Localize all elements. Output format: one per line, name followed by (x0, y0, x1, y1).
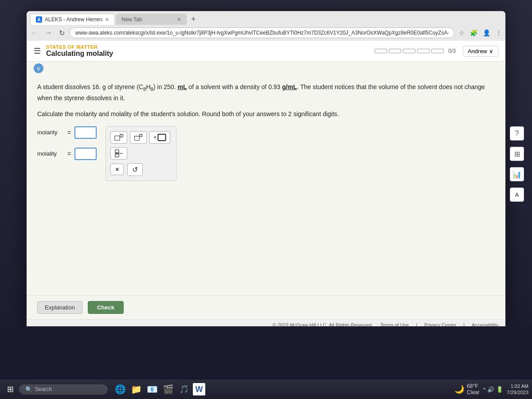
aleks-favicon: A (36, 16, 42, 23)
progress-bar-container: 0/3 (375, 48, 456, 54)
search-bar-container[interactable]: 🔍 Search (19, 384, 108, 395)
clock-time: 1:02 AM (511, 383, 528, 389)
fraction-button[interactable] (110, 147, 127, 160)
svg-rect-5 (115, 150, 119, 153)
molarity-row: molarity = (37, 126, 97, 139)
progress-text: 0/3 (448, 48, 456, 54)
weather-temp: 68°F (467, 383, 480, 389)
expand-icon: ∨ (36, 65, 41, 72)
taskbar-video-icon[interactable]: 🎬 (161, 382, 175, 396)
browser-window: A ALEKS - Andrew Herrera ✕ New Tab ✕ + ←… (27, 11, 505, 330)
weather-desc: Clear (467, 389, 480, 395)
extensions-button[interactable]: 🧩 (468, 28, 479, 37)
aleks-left: ☰ STATES OF MATTER Calculating molality (34, 44, 113, 58)
clock-date: 7/29/2023 (507, 389, 528, 395)
molality-row: molality = (37, 148, 97, 160)
times-box-button[interactable]: × (149, 131, 170, 144)
svg-rect-1 (120, 134, 123, 137)
molality-equals: = (67, 150, 71, 157)
aleks-header: ☰ STATES OF MATTER Calculating molality … (27, 41, 505, 62)
browser-chrome: A ALEKS - Andrew Herrera ✕ New Tab ✕ + (27, 11, 505, 25)
tabs-row: A ALEKS - Andrew Herrera ✕ New Tab ✕ + (30, 14, 502, 25)
profile-button[interactable]: 👤 (481, 28, 492, 37)
taskbar-app-icons: 🌐 📁 📧 🎬 🎵 W (113, 382, 205, 396)
start-button[interactable]: ⊞ (4, 383, 17, 396)
laptop-frame: A ALEKS - Andrew Herrera ✕ New Tab ✕ + ←… (0, 0, 532, 399)
tab-newtab-close[interactable]: ✕ (177, 17, 181, 23)
taskbar-folder-icon[interactable]: 📁 (129, 382, 143, 396)
user-dropdown-icon: ∨ (489, 48, 493, 55)
expand-button[interactable]: ∨ (34, 63, 43, 73)
system-tray: ^ 🔊 🔋 (483, 386, 503, 393)
taskbar-browser-icon[interactable]: 🌐 (113, 382, 127, 396)
toolbar-row-1: × (110, 131, 172, 144)
bookmark-button[interactable]: ☆ (457, 28, 466, 37)
tab-newtab[interactable]: New Tab ✕ (116, 14, 187, 25)
taskbar: ⊞ 🔍 Search 🌐 📁 📧 🎬 🎵 W 🌙 68°F Clear ^ 🔊 … (0, 379, 532, 399)
answer-fields: molarity = molality = (37, 126, 495, 181)
back-button[interactable]: ← (28, 28, 40, 38)
bottom-bar: Explanation Check (27, 295, 505, 319)
question-text: A student dissolves 16. g of styrene (C8… (37, 82, 495, 103)
search-icon: 🔍 (25, 386, 32, 393)
clock: 1:02 AM 7/29/2023 (507, 383, 528, 396)
svg-rect-7 (115, 154, 119, 157)
search-placeholder: Search (35, 386, 52, 392)
address-input[interactable] (70, 27, 454, 38)
svg-rect-4 (158, 134, 166, 141)
aleks-topic: STATES OF MATTER Calculating molality (46, 44, 113, 58)
molality-input[interactable] (74, 148, 97, 160)
taskbar-right: 🌙 68°F Clear ^ 🔊 🔋 1:02 AM 7/29/2023 (454, 383, 528, 396)
progress-seg-2 (389, 49, 401, 53)
toolbar-row-2 (110, 147, 172, 160)
question-instruction: Calculate the molarity and molality of t… (37, 110, 495, 117)
address-bar-row: ← → ↻ ☆ 🧩 👤 ⋮ (27, 25, 505, 41)
browser-icons: ☆ 🧩 👤 ⋮ (457, 28, 504, 37)
math-toolbar: × (106, 126, 176, 181)
clear-button[interactable]: × (110, 164, 124, 175)
progress-seg-1 (375, 49, 387, 53)
superscript2-button[interactable] (130, 131, 147, 144)
taskbar-mail-icon[interactable]: 📧 (145, 382, 159, 396)
keyboard-area (0, 326, 532, 379)
expand-area: ∨ (27, 62, 505, 75)
fields-column: molarity = molality = (37, 126, 97, 160)
molality-label: molality (37, 150, 64, 157)
question-area: A student dissolves 16. g of styrene (C8… (27, 75, 505, 295)
progress-seg-4 (417, 49, 430, 53)
page-content: ☰ STATES OF MATTER Calculating molality … (27, 41, 505, 330)
tray-icons: ^ 🔊 🔋 (483, 386, 503, 393)
svg-rect-0 (115, 136, 120, 140)
taskbar-word-icon[interactable]: W (193, 383, 205, 395)
topic-label: STATES OF MATTER (46, 44, 113, 50)
molarity-equals: = (67, 129, 71, 136)
user-label: Andrew (468, 48, 487, 55)
tab-newtab-label: New Tab (121, 16, 142, 23)
progress-seg-3 (403, 49, 415, 53)
explanation-button[interactable]: Explanation (37, 301, 82, 314)
svg-rect-3 (140, 134, 142, 137)
check-button[interactable]: Check (88, 301, 124, 314)
tab-aleks-close[interactable]: ✕ (105, 17, 109, 23)
tab-aleks[interactable]: A ALEKS - Andrew Herrera ✕ (30, 14, 115, 25)
molarity-label: molarity (37, 129, 64, 136)
refresh-button[interactable]: ↻ (57, 28, 67, 38)
toolbar-actions: × ↺ (110, 163, 172, 176)
forward-button[interactable]: → (43, 28, 54, 38)
superscript-button[interactable] (110, 131, 127, 144)
menu-button[interactable]: ⋮ (494, 28, 504, 37)
user-button[interactable]: Andrew ∨ (463, 46, 498, 57)
molarity-input[interactable] (74, 126, 97, 139)
taskbar-music-icon[interactable]: 🎵 (177, 382, 191, 396)
progress-seg-5 (431, 49, 444, 53)
tab-aleks-label: ALEKS - Andrew Herrera (45, 16, 102, 23)
hamburger-icon[interactable]: ☰ (34, 46, 41, 56)
topic-title: Calculating molality (46, 50, 113, 58)
weather-widget: 🌙 68°F Clear (454, 383, 480, 396)
new-tab-button[interactable]: + (188, 15, 200, 23)
undo-button[interactable]: ↺ (127, 163, 143, 176)
svg-rect-2 (135, 136, 140, 140)
aleks-right: 0/3 Andrew ∨ (375, 46, 498, 57)
weather-icon: 🌙 (454, 384, 464, 394)
